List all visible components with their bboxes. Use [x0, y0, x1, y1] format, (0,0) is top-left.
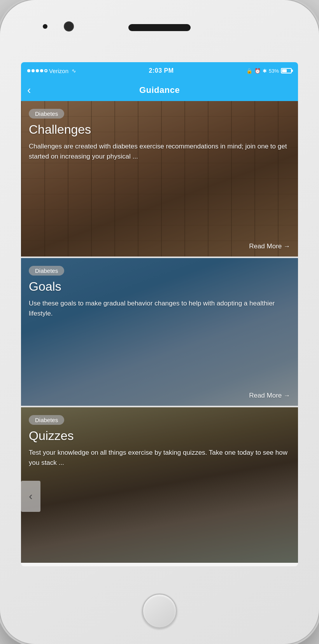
phone-frame: Verizon ∿ 2:03 PM 🔒 ⏰ ✱ 53% ‹ Guidance — [0, 0, 319, 644]
goals-tag: Diabetes — [29, 266, 64, 276]
back-button[interactable]: ‹ — [27, 84, 43, 96]
status-time: 2:03 PM — [149, 67, 174, 74]
wifi-icon: ∿ — [72, 68, 76, 74]
status-left: Verizon ∿ — [27, 68, 76, 74]
challenges-title: Challenges — [29, 122, 290, 137]
camera — [64, 21, 74, 31]
quizzes-title: Quizzes — [29, 429, 290, 443]
home-button[interactable] — [142, 593, 177, 628]
status-bar: Verizon ∿ 2:03 PM 🔒 ⏰ ✱ 53% — [21, 62, 298, 79]
goals-content: Diabetes Goals Use these goals to make g… — [21, 258, 298, 406]
screen: Verizon ∿ 2:03 PM 🔒 ⏰ ✱ 53% ‹ Guidance — [21, 62, 298, 566]
battery-indicator — [281, 68, 292, 73]
content-area: Diabetes Challenges Challenges are creat… — [21, 101, 298, 566]
bluetooth-icon: ✱ — [263, 68, 267, 74]
battery-fill — [282, 69, 287, 72]
signal-dot-2 — [32, 69, 35, 72]
quizzes-content: Diabetes Quizzes Test your knowledge on … — [21, 407, 298, 563]
goals-title: Goals — [29, 279, 290, 294]
quizzes-card[interactable]: Diabetes Quizzes Test your knowledge on … — [21, 407, 298, 563]
signal-dot-4 — [40, 69, 43, 72]
quizzes-description: Test your knowledge on all things exerci… — [29, 448, 290, 557]
goals-description: Use these goals to make gradual behavior… — [29, 298, 290, 387]
sensor — [43, 24, 47, 29]
left-nav-arrow[interactable]: ‹ — [21, 481, 40, 512]
goals-card[interactable]: Diabetes Goals Use these goals to make g… — [21, 258, 298, 406]
carrier-label: Verizon — [49, 68, 68, 74]
battery-percent: 53% — [269, 68, 279, 74]
challenges-description: Challenges are created with diabetes exe… — [29, 141, 290, 238]
signal-strength — [27, 69, 47, 72]
battery-outline — [281, 68, 292, 73]
navigation-bar: ‹ Guidance — [21, 79, 298, 101]
page-title: Guidance — [43, 85, 276, 95]
challenges-read-more[interactable]: Read More → — [29, 243, 290, 250]
challenges-tag: Diabetes — [29, 109, 64, 119]
challenges-card[interactable]: Diabetes Challenges Challenges are creat… — [21, 101, 298, 257]
lock-icon: 🔒 — [246, 68, 252, 74]
challenges-content: Diabetes Challenges Challenges are creat… — [21, 101, 298, 257]
speaker — [128, 24, 191, 31]
alarm-icon: ⏰ — [254, 68, 261, 74]
signal-dot-5 — [44, 69, 47, 72]
quizzes-tag: Diabetes — [29, 415, 64, 425]
left-chevron-icon: ‹ — [29, 490, 32, 503]
signal-dot-3 — [36, 69, 39, 72]
signal-dot-1 — [27, 69, 30, 72]
status-right: 🔒 ⏰ ✱ 53% — [246, 68, 292, 74]
goals-read-more[interactable]: Read More → — [29, 392, 290, 400]
